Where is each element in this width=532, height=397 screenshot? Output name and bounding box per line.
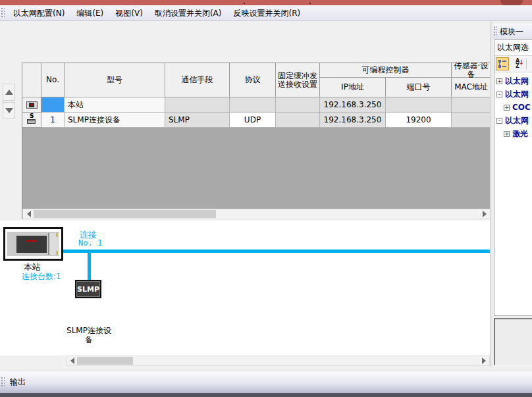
- cell-host-protocol: [230, 97, 276, 113]
- connected-count-label: 连接台数:1: [22, 271, 61, 282]
- expand-plus-icon[interactable]: +: [504, 131, 510, 137]
- menu-view[interactable]: 视图(V): [109, 7, 149, 20]
- cell-device-mac: [452, 113, 491, 128]
- slmp-device-label: SLMP连接设 备: [49, 326, 128, 344]
- column-group-sensor-device: 传感器·设备: [452, 63, 491, 78]
- module-tree: + 以太网 - 以太网 + COC - 以太网 + 激光: [494, 72, 532, 140]
- expand-plus-icon[interactable]: +: [496, 78, 502, 84]
- column-header-mac-address: MAC地址: [452, 78, 491, 97]
- scroll-left-button[interactable]: [67, 356, 77, 365]
- collapse-minus-icon[interactable]: -: [496, 118, 502, 124]
- window-bottom-edge: [0, 393, 532, 397]
- cell-host-comm: [165, 97, 230, 113]
- tree-item-label: 激光: [512, 128, 528, 140]
- tree-item-label: 以太网: [505, 76, 529, 87]
- up-arrow-icon: [5, 90, 13, 95]
- outputbar-grip-handle[interactable]: [1, 377, 5, 388]
- tree-view-icon: [498, 60, 506, 68]
- tree-item-ethernet-2[interactable]: - 以太网: [494, 88, 532, 101]
- host-plc-image[interactable]: [3, 227, 63, 261]
- menu-ethernet-config[interactable]: 以太网配置(N): [7, 7, 70, 20]
- collapse-minus-icon[interactable]: -: [496, 92, 502, 97]
- cell-device-model[interactable]: SLMP连接设备: [65, 113, 165, 128]
- column-header-icon: [22, 63, 41, 97]
- table-empty-area: [22, 128, 491, 209]
- titlebar-decoration: [500, 0, 523, 5]
- row-header-slmp-device[interactable]: S: [22, 113, 41, 128]
- window-titlebar: [0, 0, 532, 5]
- module-list-body: 以太网选 AZ↓ +: [494, 40, 532, 316]
- module-list-title: 模块一: [500, 26, 523, 38]
- slmp-device-node[interactable]: SLMP: [75, 280, 101, 298]
- module-list-panel: 模块一 以太网选 AZ↓: [492, 21, 532, 367]
- device-drop-line: [88, 253, 91, 280]
- output-bar[interactable]: 输出: [0, 371, 532, 393]
- column-header-protocol: 协议: [230, 63, 276, 97]
- menubar-grip-handle[interactable]: [1, 8, 5, 18]
- toolbar-separator: [526, 59, 527, 69]
- column-header-comm-method: 通信手段: [165, 63, 230, 97]
- module-list-titlebar: 模块一: [492, 24, 532, 40]
- slmp-device-icon: S: [26, 115, 37, 125]
- column-header-ip-address: IP地址: [320, 78, 386, 97]
- right-arrow-icon: [482, 357, 486, 364]
- scrollbar-thumb[interactable]: [34, 210, 216, 218]
- diagram-horizontal-scrollbar[interactable]: [66, 356, 490, 366]
- cell-device-port[interactable]: 19200: [386, 113, 452, 128]
- cell-host-mac: [452, 97, 491, 113]
- cell-host-no-selected[interactable]: [41, 97, 65, 113]
- right-arrow-icon: [483, 211, 487, 217]
- tree-item-ethernet-1[interactable]: + 以太网: [494, 74, 532, 88]
- cell-device-protocol[interactable]: UDP: [230, 113, 276, 128]
- column-header-model: 型号: [65, 63, 165, 97]
- cell-device-buffer: [276, 113, 320, 128]
- move-row-down-button[interactable]: [3, 102, 15, 119]
- device-table: No. 型号 通信手段 协议 固定缓冲发 送接收设置 可编程控制器 传感器·设备…: [22, 63, 491, 219]
- ethernet-trunk-line: [63, 250, 490, 253]
- panel-grip-handle[interactable]: [494, 26, 497, 37]
- tree-item-label: 以太网: [505, 89, 529, 100]
- cell-device-ip[interactable]: 192.168.3.250: [320, 113, 386, 128]
- module-description-box: [494, 318, 532, 365]
- sort-az-icon: AZ↓: [516, 59, 519, 69]
- cell-host-model[interactable]: 本站: [65, 97, 165, 113]
- scroll-left-button[interactable]: [24, 209, 34, 219]
- menu-apply-and-close[interactable]: 反映设置并关闭(R): [227, 7, 306, 20]
- cell-host-buffer: [276, 97, 320, 113]
- expand-plus-icon[interactable]: +: [504, 105, 510, 111]
- move-row-up-button[interactable]: [3, 84, 15, 101]
- tree-item-ethernet-3[interactable]: - 以太网: [494, 114, 532, 127]
- menu-edit[interactable]: 编辑(E): [70, 7, 109, 20]
- cell-host-ip: 192.168.3.250: [320, 97, 386, 113]
- output-bar-label: 输出: [7, 377, 26, 388]
- scroll-right-button[interactable]: [479, 356, 489, 365]
- tree-item-label: 以太网: [505, 115, 529, 126]
- row-header-host[interactable]: [22, 97, 41, 113]
- sort-az-button[interactable]: AZ↓: [511, 57, 524, 70]
- network-diagram-area: 本站 连接台数:1 连接 No. 1 SLMP SLMP连接设 备: [0, 221, 490, 356]
- table-horizontal-scrollbar[interactable]: [22, 209, 491, 219]
- column-header-no: No.: [41, 63, 65, 97]
- column-group-plc: 可编程控制器: [320, 63, 452, 78]
- plc-rack-graphic: [7, 232, 59, 256]
- left-arrow-icon: [27, 211, 31, 217]
- menu-cancel-and-close[interactable]: 取消设置并关闭(A): [149, 7, 228, 20]
- column-header-fixed-buffer: 固定缓冲发 送接收设置: [276, 63, 320, 97]
- menu-bar: 以太网配置(N) 编辑(E) 视图(V) 取消设置并关闭(A) 反映设置并关闭(…: [0, 5, 532, 21]
- column-header-port: 端口号: [386, 78, 452, 97]
- cell-device-no[interactable]: 1: [41, 113, 65, 128]
- left-arrow-icon: [70, 357, 74, 364]
- cell-host-port: [386, 97, 452, 113]
- ethernet-configuration-window: 以太网配置(N) 编辑(E) 视图(V) 取消设置并关闭(A) 反映设置并关闭(…: [0, 0, 532, 397]
- module-category-selector[interactable]: 以太网选: [494, 40, 532, 56]
- module-list-toolbar: AZ↓: [494, 56, 532, 72]
- titlebar-dot: [244, 3, 245, 4]
- tree-item-coc-vendor[interactable]: + COC: [494, 101, 532, 114]
- connection-number-label: No. 1: [78, 238, 102, 248]
- tree-item-laser-vendor[interactable]: + 激光: [494, 127, 532, 140]
- scrollbar-thumb[interactable]: [77, 357, 133, 365]
- cell-device-comm[interactable]: SLMP: [165, 113, 230, 128]
- tree-view-button[interactable]: [496, 57, 509, 70]
- plc-station-icon: [26, 101, 38, 109]
- scroll-right-button[interactable]: [479, 209, 489, 219]
